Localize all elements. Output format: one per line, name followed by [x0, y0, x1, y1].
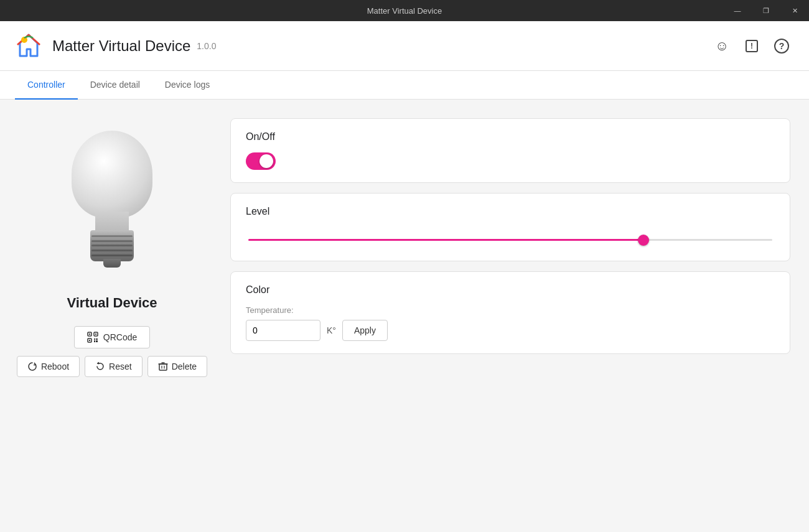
level-slider[interactable]	[248, 239, 772, 241]
right-panel: On/Off Level Color Temperature: K	[230, 118, 790, 513]
title-bar: Matter Virtual Device — ❐ ✕	[0, 0, 809, 21]
main-content: Virtual Device QRCode	[0, 100, 809, 532]
reboot-label: Reboot	[41, 362, 69, 371]
base-ring-4	[91, 250, 133, 251]
level-card: Level	[230, 193, 790, 261]
help-icon: ?	[774, 39, 789, 54]
bulb-tip	[103, 259, 121, 268]
alert-button[interactable]: !	[739, 34, 764, 58]
base-ring-3	[91, 245, 133, 246]
toggle-thumb	[260, 154, 273, 168]
bulb-image	[59, 131, 165, 280]
svg-rect-11	[159, 364, 167, 370]
close-button[interactable]: ✕	[780, 0, 809, 21]
onoff-card: On/Off	[230, 118, 790, 183]
qrcode-label: QRCode	[103, 332, 137, 342]
app-header: Matter Virtual Device 1.0.0 ☺ ! ?	[0, 21, 809, 71]
onoff-toggle[interactable]	[246, 152, 276, 170]
slider-container	[246, 227, 775, 248]
minimize-button[interactable]: —	[723, 0, 752, 21]
reset-label: Reset	[109, 362, 132, 371]
qrcode-button[interactable]: QRCode	[74, 326, 150, 348]
header-icons: ☺ ! ?	[709, 34, 794, 58]
svg-rect-8	[96, 338, 98, 340]
reboot-icon	[27, 362, 37, 371]
window-controls: — ❐ ✕	[723, 0, 809, 21]
temp-label: Temperature:	[246, 306, 775, 315]
color-card: Color Temperature: K° Apply	[230, 271, 790, 354]
bulb-globe	[72, 131, 152, 218]
delete-button[interactable]: Delete	[147, 356, 207, 377]
tab-controller[interactable]: Controller	[15, 71, 78, 100]
tabs-bar: Controller Device detail Device logs	[0, 71, 809, 100]
base-ring-1	[91, 235, 133, 237]
app-logo	[15, 32, 42, 60]
tab-device-detail[interactable]: Device detail	[78, 71, 152, 100]
svg-rect-9	[94, 340, 95, 342]
base-ring-5	[91, 254, 133, 256]
app-window: Matter Virtual Device 1.0.0 ☺ ! ? Contro…	[0, 21, 809, 532]
maximize-button[interactable]: ❐	[752, 0, 780, 21]
app-title: Matter Virtual Device	[52, 37, 190, 55]
temp-input[interactable]	[246, 320, 320, 341]
emoji-button[interactable]: ☺	[709, 34, 734, 58]
delete-icon	[158, 362, 168, 371]
base-ring-2	[91, 240, 133, 242]
reset-button[interactable]: Reset	[85, 356, 143, 377]
help-button[interactable]: ?	[769, 34, 794, 58]
alert-icon: !	[746, 40, 758, 52]
svg-rect-10	[96, 340, 98, 342]
svg-rect-5	[95, 334, 96, 335]
action-buttons: QRCode Reboot	[19, 326, 205, 377]
delete-label: Delete	[172, 362, 197, 371]
level-title: Level	[246, 206, 775, 217]
reset-icon	[95, 362, 105, 371]
device-name: Virtual Device	[67, 295, 157, 311]
svg-rect-6	[89, 340, 90, 341]
bulb-base	[90, 230, 134, 261]
tab-device-logs[interactable]: Device logs	[152, 71, 222, 100]
title-bar-text: Matter Virtual Device	[367, 6, 442, 16]
svg-rect-4	[89, 334, 90, 335]
temp-unit: K°	[327, 325, 336, 335]
color-title: Color	[246, 284, 775, 296]
emoji-icon: ☺	[715, 38, 729, 54]
left-panel: Virtual Device QRCode	[19, 118, 205, 513]
onoff-title: On/Off	[246, 131, 775, 142]
svg-rect-7	[94, 338, 95, 340]
action-row: Reboot Reset	[17, 356, 207, 377]
apply-button[interactable]: Apply	[342, 320, 388, 341]
reboot-button[interactable]: Reboot	[17, 356, 80, 377]
app-version: 1.0.0	[197, 41, 216, 51]
color-temp-row: K° Apply	[246, 320, 775, 341]
qr-icon	[87, 332, 98, 343]
